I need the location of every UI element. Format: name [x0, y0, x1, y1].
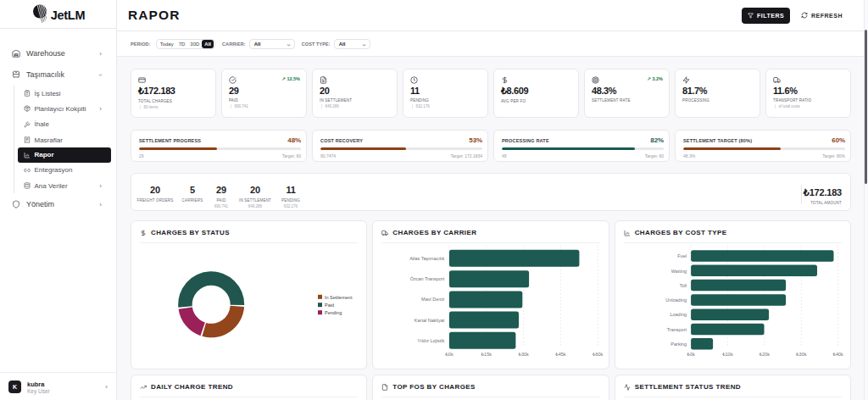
svg-text:₺0k: ₺0k: [687, 352, 695, 357]
svg-text:₺15k: ₺15k: [481, 352, 492, 357]
svg-text:Atlas Taşımacılık: Atlas Taşımacılık: [409, 256, 444, 261]
svg-text:In Settlement: In Settlement: [325, 295, 353, 300]
svg-text:₺30k: ₺30k: [796, 352, 807, 357]
svg-text:₺40k: ₺40k: [832, 352, 843, 357]
svg-text:₺30k: ₺30k: [519, 352, 530, 357]
svg-text:Paid: Paid: [325, 303, 334, 308]
svg-text:₺45k: ₺45k: [556, 352, 567, 357]
svg-text:Transport: Transport: [666, 327, 687, 332]
svg-text:Fuel: Fuel: [677, 253, 687, 258]
svg-text:₺10k: ₺10k: [722, 352, 733, 357]
svg-text:Pending: Pending: [325, 310, 342, 315]
svg-text:Loading: Loading: [670, 312, 687, 317]
svg-text:Özcan Transport: Özcan Transport: [410, 276, 445, 281]
svg-text:Kartal Nakliyat: Kartal Nakliyat: [415, 318, 445, 323]
svg-text:Mavi Deniz: Mavi Deniz: [421, 297, 444, 302]
svg-text:Parking: Parking: [670, 342, 687, 347]
svg-text:₺0k: ₺0k: [446, 352, 454, 357]
svg-text:Unloading: Unloading: [665, 297, 687, 303]
svg-text:₺20k: ₺20k: [759, 352, 770, 357]
svg-text:Toll: Toll: [679, 283, 686, 288]
svg-text:₺60k: ₺60k: [593, 352, 604, 357]
svg-text:Yıldız Lojistik: Yıldız Lojistik: [418, 338, 445, 343]
svg-text:Waiting: Waiting: [671, 269, 687, 274]
